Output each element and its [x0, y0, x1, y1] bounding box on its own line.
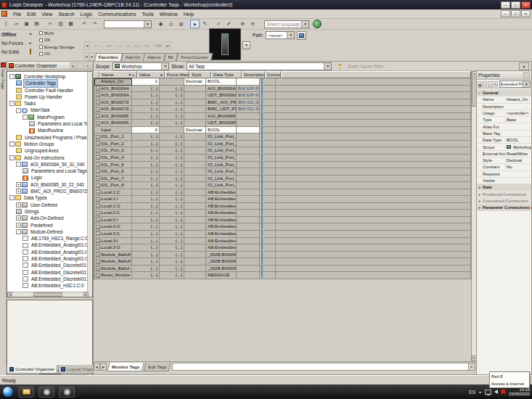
tag-view-tab[interactable]: Monitor Tags: [107, 363, 144, 371]
tag-constant-cell[interactable]: [260, 244, 276, 252]
tabs-scroll-left[interactable]: ◄: [83, 52, 89, 61]
property-row[interactable]: + Parameter Connections {0:0}: [477, 205, 531, 211]
property-row[interactable]: Name Always_On: [477, 96, 531, 103]
constant-checkbox[interactable]: [261, 141, 263, 147]
tag-constant-cell[interactable]: [260, 92, 276, 99]
menu-item[interactable]: Window: [157, 11, 181, 17]
tag-value-cell[interactable]: {...}: [132, 155, 160, 162]
instruction-button[interactable]: ( ): [115, 41, 123, 50]
table-row[interactable]: Local:3:O {...} {...} AB:Embedded_H...: [94, 244, 471, 252]
tag-data-type-cell[interactable]: IO_Link_Port_Data: [206, 133, 237, 141]
expand-icon[interactable]: [96, 93, 100, 97]
tag-description-cell[interactable]: [237, 147, 260, 155]
section-expander[interactable]: +: [477, 192, 482, 197]
tag-description-cell[interactable]: [237, 266, 260, 273]
toolbar-icon[interactable]: ◉: [156, 20, 165, 28]
tag-force-mask-cell[interactable]: {...}: [160, 99, 184, 107]
table-row[interactable]: IOL_Port_5 {...} {...} IO_Link_Port_Data: [94, 162, 471, 169]
tag-value-cell[interactable]: {...}: [132, 182, 160, 189]
tree-item[interactable]: Strings: [8, 208, 92, 215]
menu-item[interactable]: Logic: [78, 11, 96, 17]
instruction-button[interactable]: (L): [133, 41, 142, 50]
filter-funnel-icon[interactable]: [337, 63, 343, 70]
tag-data-type-cell[interactable]: IO_Link_Port_Data: [206, 182, 237, 189]
expand-icon[interactable]: [96, 149, 100, 153]
tree-expander[interactable]: [9, 155, 15, 160]
table-row[interactable]: AOI_BNI006A... {...} {...} UDT_BNI006A_5…: [94, 92, 471, 99]
tag-constant-cell[interactable]: [260, 189, 276, 197]
action-center-flag-icon[interactable]: [501, 389, 506, 395]
tag-description-cell[interactable]: [237, 120, 260, 127]
tag-force-mask-cell[interactable]: {...}: [160, 217, 184, 224]
tag-name-cell[interactable]: Local:1:C: [94, 189, 132, 197]
grid-horizontal-scrollbar[interactable]: ►: [172, 363, 475, 371]
constant-checkbox[interactable]: [261, 189, 263, 195]
tag-description-cell[interactable]: BNI EIP-508-105...: [237, 86, 260, 93]
table-row[interactable]: IOL_Port_7 {...} {...} IO_Link_Port_Data: [94, 176, 471, 183]
page-icon[interactable]: ▢: [488, 81, 493, 88]
tag-data-type-cell[interactable]: AB:Embedded_An...: [206, 217, 237, 224]
tag-value-cell[interactable]: {...}: [132, 176, 160, 183]
constant-checkbox[interactable]: [261, 127, 263, 133]
tag-style-cell[interactable]: [184, 189, 206, 197]
tag-name-cell[interactable]: Local:1:O: [94, 203, 132, 210]
tag-style-cell[interactable]: [184, 162, 206, 169]
tag-style-cell[interactable]: [184, 244, 206, 252]
tag-data-type-cell[interactable]: _002B:BNI006A_...: [206, 252, 237, 259]
tag-constant-cell[interactable]: [260, 238, 276, 245]
tag-description-cell[interactable]: [237, 78, 260, 86]
property-row[interactable]: Alias For: [477, 123, 531, 130]
tree-item[interactable]: AB:Embedded_HSC1:C:0: [8, 282, 92, 289]
toolbar-icon[interactable]: ⊕: [238, 20, 247, 28]
show-hidden-icons-icon[interactable]: ▲: [478, 390, 482, 394]
constant-checkbox[interactable]: [261, 182, 263, 188]
tag-description-cell[interactable]: [237, 217, 260, 224]
tag-force-mask-cell[interactable]: {...}: [160, 203, 184, 210]
tree-item[interactable]: AB:Embedded_AnalogI01:C:0: [8, 242, 92, 248]
expand-icon[interactable]: [96, 169, 100, 173]
tag-data-type-cell[interactable]: UDT_BNI006A_5...: [206, 92, 237, 99]
tag-name-cell[interactable]: AOI_BNI006A: [94, 86, 132, 93]
toolbar-icon[interactable]: ⊖: [248, 20, 258, 28]
tag-constant-cell[interactable]: [260, 113, 276, 120]
toolbar-icon[interactable]: ✎: [200, 20, 210, 28]
tag-constant-cell[interactable]: [260, 168, 276, 176]
tag-description-cell[interactable]: [237, 210, 260, 217]
table-row[interactable]: Local:1:I {...} {...} AB:Embedded_Di...: [94, 196, 471, 203]
tag-description-cell[interactable]: [237, 252, 260, 259]
tag-constant-cell[interactable]: [260, 231, 276, 238]
property-row[interactable]: Description: [477, 104, 531, 110]
expand-icon[interactable]: [96, 163, 100, 167]
tag-style-cell[interactable]: [184, 113, 206, 120]
tag-description-cell[interactable]: [237, 189, 260, 197]
tag-constant-cell[interactable]: [260, 252, 276, 259]
table-row[interactable]: AOI_BNI006A {...} {...} AOI_BNI006A_50..…: [94, 86, 471, 93]
tree-item[interactable]: AB:Embedded_DiscreteI01:C:0: [8, 262, 92, 268]
tag-name-cell[interactable]: Local:2:I: [94, 217, 132, 224]
tag-name-cell[interactable]: IOL_Port_2: [94, 141, 132, 148]
property-row[interactable]: Constant No: [477, 164, 531, 170]
tag-force-mask-cell[interactable]: {...}: [160, 189, 184, 197]
tag-force-mask-cell[interactable]: {...}: [160, 238, 184, 245]
taskbar-clock[interactable]: 14:18 15/05/2020: [509, 387, 530, 397]
tag-data-type-cell[interactable]: _002B:BNI006A_...: [206, 258, 237, 266]
instruction-button[interactable]: ⊣/⊢: [103, 41, 115, 50]
tag-constant-cell[interactable]: [260, 78, 276, 86]
tag-name-cell[interactable]: Local:3:I: [94, 238, 132, 245]
property-value[interactable]: Decimal: [505, 158, 531, 163]
tag-data-type-cell[interactable]: AB:Embedded_An...: [206, 210, 237, 217]
tree-item[interactable]: AB:Embedded_DiscreteI01:I:0: [8, 269, 92, 276]
expand-icon[interactable]: [96, 197, 100, 202]
constant-checkbox[interactable]: [261, 162, 263, 168]
constant-checkbox[interactable]: [261, 155, 263, 160]
mdi-minimize-button[interactable]: –: [501, 10, 510, 17]
property-row[interactable]: Type Base: [477, 117, 531, 123]
toolbar-icon[interactable]: ✔: [224, 20, 234, 28]
expand-icon[interactable]: [96, 260, 100, 264]
tag-data-type-cell[interactable]: AB:Embedded_H...: [206, 238, 237, 245]
property-row[interactable]: + Produced Connection: [477, 191, 531, 197]
toolbar-icon[interactable]: ↷: [90, 20, 99, 28]
tag-force-mask-cell[interactable]: {...}: [160, 272, 184, 279]
tag-value-cell[interactable]: {...}: [132, 92, 160, 99]
tree-item[interactable]: AB:1769_HSC1_Range:C:0: [8, 235, 92, 242]
